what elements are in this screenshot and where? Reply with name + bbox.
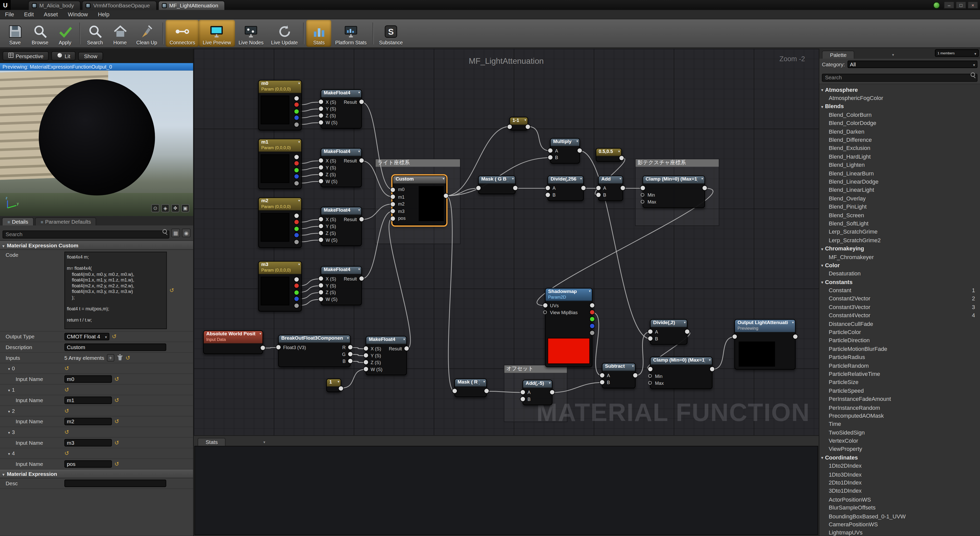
stats-button[interactable]: Stats: [307, 20, 331, 47]
collapse-arrow-icon[interactable]: ▾: [684, 320, 686, 324]
collapse-arrow-icon[interactable]: ▾: [298, 262, 300, 266]
node-pin[interactable]: [364, 347, 368, 351]
node-pin[interactable]: [590, 303, 594, 308]
palette-item[interactable]: Blend_PinLight: [819, 203, 980, 211]
visibility-button[interactable]: ◉: [182, 228, 191, 237]
palette-item[interactable]: Constant3Vector3: [819, 303, 980, 311]
graph-node-div2[interactable]: Divide(,2)▾AB: [650, 319, 687, 344]
node-pin[interactable]: [391, 187, 395, 192]
node-pin[interactable]: [294, 122, 299, 127]
node-pin[interactable]: [294, 96, 299, 100]
reset-to-default-icon[interactable]: ↺: [112, 334, 116, 339]
reset-to-default-icon[interactable]: ↺: [64, 387, 69, 392]
collapse-arrow-icon[interactable]: ▾: [709, 358, 711, 362]
node-pin[interactable]: [543, 311, 547, 314]
node-pin[interactable]: [319, 231, 323, 235]
palette-item[interactable]: Blend_HardLight: [819, 152, 980, 161]
node-pin[interactable]: [319, 217, 323, 222]
palette-item[interactable]: PerInstanceRandom: [819, 403, 980, 412]
node-pin[interactable]: [294, 240, 299, 244]
graph-node-m3[interactable]: m3Param (0,0,0,0)▾: [258, 261, 302, 312]
graph-node-subtract[interactable]: Subtract▾AB: [602, 363, 635, 389]
viewport-camera-button[interactable]: ▣: [181, 204, 189, 212]
node-pin[interactable]: [294, 284, 299, 288]
node-pin[interactable]: [276, 345, 280, 350]
collapse-arrow-icon[interactable]: ▾: [484, 380, 485, 384]
node-pin[interactable]: [294, 227, 299, 231]
palette-item[interactable]: Constant1: [819, 286, 980, 295]
node-pin[interactable]: [294, 297, 299, 301]
substance-button[interactable]: SSubstance: [375, 20, 407, 47]
node-pin[interactable]: [710, 367, 714, 371]
palette-item[interactable]: CameraPositionWS: [819, 520, 980, 529]
reset-to-default-icon[interactable]: ↺: [115, 398, 119, 403]
graph-node-mf4[interactable]: MakeFloat4▾X (S)ResultY (S)Z (S)W (S): [321, 266, 362, 305]
node-pin[interactable]: [590, 317, 594, 322]
node-pin[interactable]: [348, 352, 352, 357]
collapse-arrow-icon[interactable]: ▾: [358, 267, 360, 271]
node-pin[interactable]: [648, 330, 652, 334]
node-pin[interactable]: [319, 114, 323, 118]
palette-item[interactable]: VertexColor: [819, 437, 980, 445]
viewport-shape-button[interactable]: ◈: [161, 204, 169, 212]
palette-item[interactable]: Blend_ColorBurn: [819, 111, 980, 119]
menu-file[interactable]: File: [0, 11, 19, 17]
reset-to-default-icon[interactable]: ↺: [64, 366, 69, 371]
perspective-button[interactable]: Perspective: [3, 51, 49, 61]
live-update-button[interactable]: Live Update: [267, 20, 301, 47]
node-pin[interactable]: [590, 324, 594, 328]
palette-item[interactable]: Constant4Vector4: [819, 311, 980, 320]
collapse-arrow-icon[interactable]: ▾: [549, 381, 551, 385]
node-pin[interactable]: [520, 390, 525, 395]
collapse-arrow-icon[interactable]: ▾: [298, 140, 300, 144]
graph-node-maskr[interactable]: Mask ( R )▾: [454, 378, 487, 397]
reset-to-default-icon[interactable]: ↺: [115, 419, 119, 424]
reset-to-default-icon[interactable]: ↺: [126, 355, 130, 360]
palette-item[interactable]: LightmapUVs: [819, 529, 980, 536]
collapse-arrow-icon[interactable]: ▾: [403, 337, 405, 341]
graph-node-one[interactable]: 1▾: [326, 378, 341, 392]
node-pin[interactable]: [404, 347, 409, 351]
node-pin[interactable]: [261, 346, 265, 350]
viewport-move-button[interactable]: ✥: [171, 204, 180, 212]
node-pin[interactable]: [319, 179, 323, 184]
reset-to-default-icon[interactable]: ↺: [64, 450, 69, 456]
document-tab[interactable]: M_Alicia_body: [28, 0, 81, 10]
menu-asset[interactable]: Asset: [39, 11, 63, 17]
node-pin[interactable]: [508, 124, 512, 128]
input-name-field[interactable]: [64, 460, 112, 468]
node-pin[interactable]: [319, 121, 323, 125]
palette-item[interactable]: TwoSidedSign: [819, 428, 980, 437]
graph-node-add1[interactable]: Add▾AB: [598, 176, 623, 201]
palette-item[interactable]: Lerp_ScratchGrime: [819, 228, 980, 236]
tab-details[interactable]: ≡Details: [2, 217, 34, 225]
browse-button[interactable]: Browse: [27, 20, 52, 47]
input-name-field[interactable]: [64, 418, 112, 425]
palette-item[interactable]: ParticleRadius: [819, 353, 980, 362]
graph-node-maskgb[interactable]: Mask ( G B )▾: [478, 176, 515, 194]
node-pin[interactable]: [546, 193, 550, 197]
details-search-input[interactable]: [3, 230, 169, 238]
palette-item[interactable]: Blend_LinearDodge: [819, 178, 980, 186]
node-pin[interactable]: [641, 193, 644, 197]
node-pin[interactable]: [294, 290, 299, 295]
collapse-arrow-icon[interactable]: ▾: [259, 331, 261, 335]
palette-item[interactable]: AtmosphericFogColor: [819, 94, 980, 102]
palette-item[interactable]: BlurSampleOffsets: [819, 504, 980, 512]
tab-parameter-defaults[interactable]: ≡Parameter Defaults: [35, 217, 97, 225]
save-button[interactable]: Save: [3, 20, 27, 47]
node-pin[interactable]: [364, 354, 368, 358]
node-pin[interactable]: [633, 373, 638, 377]
graph-node-out[interactable]: Output LightAttenuationPreviewing▾: [735, 319, 796, 369]
palette-item[interactable]: 2Dto1DIndex: [819, 479, 980, 487]
node-pin[interactable]: [548, 155, 552, 160]
node-pin[interactable]: [476, 186, 480, 190]
collapse-arrow-icon[interactable]: ▾: [298, 81, 300, 85]
collapse-arrow-icon[interactable]: ▾: [358, 149, 360, 153]
collapse-arrow-icon[interactable]: ▾: [347, 336, 349, 340]
palette-item[interactable]: PerInstanceFadeAmount: [819, 395, 980, 403]
node-pin[interactable]: [364, 360, 368, 365]
node-pin[interactable]: [391, 202, 395, 206]
collapse-arrow-icon[interactable]: ▾: [618, 149, 620, 153]
collapse-arrow-icon[interactable]: ▾: [338, 380, 339, 384]
